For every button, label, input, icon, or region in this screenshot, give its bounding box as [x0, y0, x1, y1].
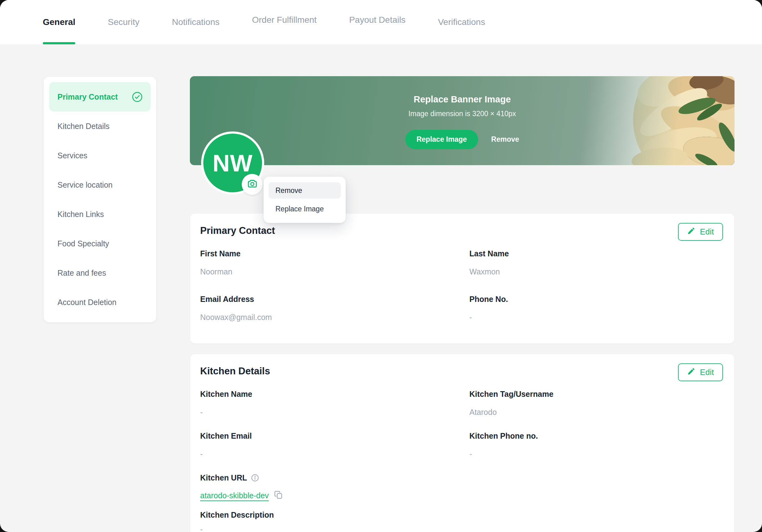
kitchen-details-title: Kitchen Details: [200, 366, 723, 377]
field-kitchen-name: Kitchen Name -: [200, 389, 469, 417]
banner-actions: Replace Image Remove: [405, 130, 519, 149]
field-label: Phone No.: [469, 294, 723, 304]
copy-url-button[interactable]: [274, 490, 283, 500]
field-value: Atarodo: [469, 407, 723, 417]
tab-verifications[interactable]: Verifications: [438, 0, 485, 44]
edit-kitchen-details-button[interactable]: Edit: [678, 363, 723, 381]
remove-banner-image-button[interactable]: Remove: [491, 135, 519, 144]
field-first-name: First Name Noorman: [200, 249, 469, 276]
field-value: Noowax@gmail.com: [200, 312, 469, 322]
tab-notifications[interactable]: Notifications: [172, 0, 220, 44]
camera-icon: [247, 178, 258, 191]
replace-banner-image-button[interactable]: Replace Image: [405, 130, 478, 149]
edit-button-label: Edit: [700, 367, 714, 377]
sidebar-item-label: Services: [57, 151, 87, 160]
banner-content: Replace Banner Image Image dimension is …: [190, 76, 734, 165]
sidebar-item-label: Rate and fees: [57, 268, 106, 277]
field-value: -: [469, 449, 723, 459]
change-avatar-button[interactable]: [242, 174, 263, 195]
field-value: Waxmon: [469, 266, 723, 276]
primary-contact-card: Primary Contact Edit First Name Noorman …: [190, 213, 734, 344]
tab-order-fulfillment[interactable]: Order Fulfillment: [252, 0, 317, 42]
primary-contact-title: Primary Contact: [200, 225, 723, 236]
field-email-address: Email Address Noowax@gmail.com: [200, 294, 469, 322]
field-value: -: [200, 407, 469, 417]
field-label: Kitchen Phone no.: [469, 431, 723, 441]
field-kitchen-email: Kitchen Email -: [200, 431, 469, 459]
kitchen-url-link[interactable]: atarodo-skibble-dev: [200, 491, 269, 500]
kitchen-description-label: Kitchen Description: [200, 510, 723, 520]
banner-title: Replace Banner Image: [414, 94, 511, 105]
kitchen-url-row: atarodo-skibble-dev: [200, 490, 723, 500]
info-icon[interactable]: [251, 474, 259, 482]
kitchen-details-card: Kitchen Details Edit Kitchen Name - Kitc…: [190, 354, 734, 532]
avatar-menu-replace-image[interactable]: Replace Image: [268, 202, 341, 216]
edit-primary-contact-button[interactable]: Edit: [678, 223, 723, 241]
sidebar-item-label: Primary Contact: [57, 92, 118, 102]
sidebar-item-kitchen-details[interactable]: Kitchen Details: [49, 112, 151, 141]
field-kitchen-phone: Kitchen Phone no. -: [469, 431, 723, 459]
sidebar-item-label: Kitchen Details: [57, 122, 110, 131]
field-value: -: [469, 312, 723, 322]
check-circle-icon: [131, 91, 143, 103]
kitchen-details-fields: Kitchen Name - Kitchen Tag/Username Atar…: [200, 389, 723, 473]
field-label: First Name: [200, 249, 469, 259]
sidebar-item-account-deletion[interactable]: Account Deletion: [49, 287, 151, 317]
field-label: Kitchen Name: [200, 389, 469, 399]
sidebar-item-kitchen-links[interactable]: Kitchen Links: [49, 199, 151, 229]
kitchen-description-value: -: [200, 524, 723, 532]
field-value: -: [200, 449, 469, 459]
sidebar-item-label: Kitchen Links: [57, 210, 104, 219]
banner-image-area: Replace Banner Image Image dimension is …: [190, 76, 734, 165]
copy-icon: [274, 490, 283, 500]
field-label: Kitchen Email: [200, 431, 469, 441]
kitchen-url-label-row: Kitchen URL: [200, 473, 723, 483]
sidebar-item-primary-contact[interactable]: Primary Contact: [49, 82, 151, 112]
tab-bar: General Security Notifications Order Ful…: [0, 0, 762, 44]
sidebar-item-rate-and-fees[interactable]: Rate and fees: [49, 258, 151, 287]
primary-contact-fields: First Name Noorman Last Name Waxmon Emai…: [200, 249, 723, 340]
banner-subtitle: Image dimension is 3200 × 410px: [409, 110, 516, 118]
settings-sidebar: Primary Contact Kitchen Details Services…: [43, 76, 156, 323]
tab-security[interactable]: Security: [108, 0, 139, 44]
kitchen-url-label: Kitchen URL: [200, 473, 247, 483]
kitchen-url-block: Kitchen URL atarodo-skibble-dev: [200, 473, 723, 532]
field-label: Last Name: [469, 249, 723, 259]
settings-page: General Security Notifications Order Ful…: [0, 0, 762, 532]
sidebar-item-label: Service location: [57, 181, 113, 190]
avatar-menu-remove[interactable]: Remove: [268, 182, 341, 198]
field-label: Kitchen Tag/Username: [469, 389, 723, 399]
field-kitchen-tag: Kitchen Tag/Username Atarodo: [469, 389, 723, 417]
sidebar-item-service-location[interactable]: Service location: [49, 170, 151, 199]
tab-general[interactable]: General: [43, 0, 75, 44]
pencil-icon: [687, 367, 696, 378]
sidebar-item-label: Food Specialty: [57, 239, 109, 248]
edit-button-label: Edit: [700, 227, 714, 237]
pencil-icon: [687, 227, 696, 237]
sidebar-item-food-specialty[interactable]: Food Specialty: [49, 229, 151, 258]
avatar-initials: NW: [213, 150, 253, 177]
field-phone-no: Phone No. -: [469, 294, 723, 322]
avatar-menu: Remove Replace Image: [264, 177, 346, 223]
tab-payout-details[interactable]: Payout Details: [349, 0, 406, 42]
field-label: Email Address: [200, 294, 469, 304]
sidebar-item-services[interactable]: Services: [49, 141, 151, 170]
field-value: Noorman: [200, 266, 469, 276]
field-last-name: Last Name Waxmon: [469, 249, 723, 276]
sidebar-item-label: Account Deletion: [57, 298, 116, 307]
